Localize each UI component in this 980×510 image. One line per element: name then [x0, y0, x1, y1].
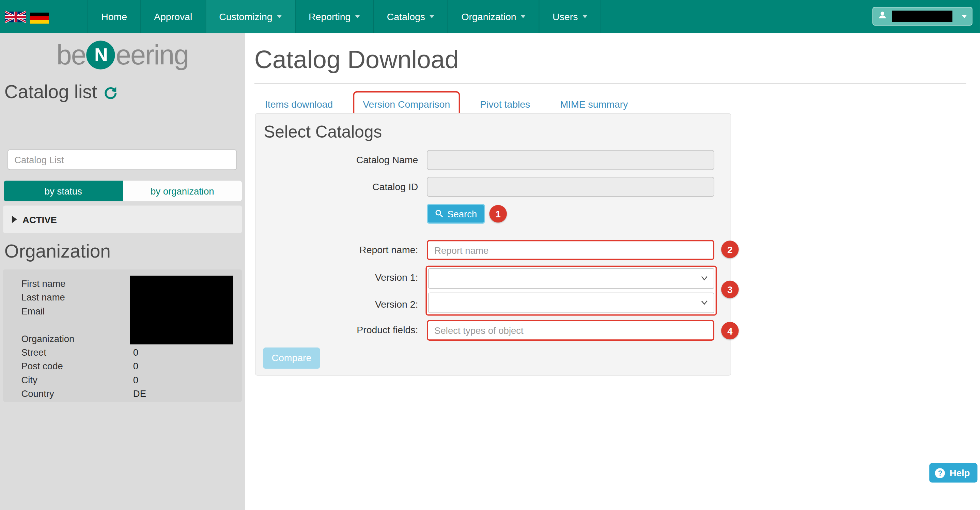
refresh-icon[interactable] — [103, 86, 118, 101]
triangle-right-icon — [12, 216, 17, 223]
language-switcher — [0, 0, 55, 33]
catalog-id-label: Catalog ID — [256, 177, 418, 197]
nav-item-label: Catalogs — [387, 11, 425, 22]
caret-down-icon — [355, 15, 360, 18]
redacted-user-details — [130, 276, 233, 344]
tab-by-status[interactable]: by status — [4, 180, 123, 201]
catalog-list-search-input[interactable] — [8, 149, 237, 170]
version2-label: Version 2: — [256, 294, 418, 314]
redacted-username — [892, 11, 952, 22]
sidebar: beNeering Catalog list by status by orga… — [0, 33, 245, 510]
select-catalogs-panel: Select Catalogs Catalog Name Catalog ID … — [255, 113, 731, 376]
caret-down-icon — [582, 15, 587, 18]
nav-item-label: Customizing — [219, 11, 272, 22]
nav-item-label: Reporting — [309, 11, 350, 22]
app-window: Home Approval Customizing Reporting Cata… — [0, 0, 980, 510]
uk-flag-icon[interactable] — [5, 10, 26, 23]
panel-heading: Select Catalogs — [264, 123, 382, 142]
org-row-city: City0 — [3, 373, 242, 387]
version1-select[interactable] — [428, 268, 714, 289]
logo-text-prefix: be — [57, 40, 86, 70]
help-button[interactable]: ? Help — [929, 463, 977, 483]
nav-item-catalogs[interactable]: Catalogs — [373, 0, 448, 33]
annotation-badge-4: 4 — [721, 322, 738, 339]
catalog-list-heading: Catalog list — [5, 81, 245, 102]
product-fields-label: Product fields: — [256, 320, 418, 340]
logo-n-circle: N — [86, 41, 115, 70]
catalog-name-input[interactable] — [427, 150, 714, 170]
title-divider — [255, 83, 966, 84]
nav-item-label: Users — [552, 11, 578, 22]
caret-down-icon — [277, 15, 282, 18]
version-selects-annotation-box — [425, 266, 717, 316]
nav-item-label: Approval — [154, 11, 192, 22]
chevron-down-icon — [700, 298, 709, 309]
org-row-country: CountryDE — [3, 387, 242, 401]
logo-text-suffix: eering — [116, 40, 188, 70]
nav-item-home[interactable]: Home — [88, 0, 140, 33]
organization-heading: Organization — [5, 241, 111, 261]
user-menu[interactable] — [872, 7, 972, 26]
nav-item-approval[interactable]: Approval — [140, 0, 205, 33]
nav-item-customizing[interactable]: Customizing — [205, 0, 295, 33]
germany-flag-icon[interactable] — [30, 12, 49, 24]
main-content: Catalog Download Items download Version … — [245, 33, 980, 510]
catalog-id-input[interactable] — [427, 177, 714, 197]
annotation-badge-1: 1 — [490, 205, 507, 223]
question-mark-icon: ? — [935, 468, 945, 478]
report-name-label: Report name: — [256, 240, 418, 260]
main-menu: Home Approval Customizing Reporting Cata… — [88, 0, 601, 33]
organization-details-panel: First name Last name Email Organization … — [3, 269, 242, 402]
chevron-down-icon — [700, 274, 709, 285]
search-icon — [435, 209, 443, 219]
user-icon — [878, 11, 887, 22]
caret-down-icon — [521, 15, 526, 18]
beneering-logo: beNeering — [0, 40, 245, 72]
nav-item-label: Organization — [461, 11, 516, 22]
search-button[interactable]: Search — [427, 204, 485, 224]
nav-item-organization[interactable]: Organization — [448, 0, 539, 33]
org-row-post-code: Post code0 — [3, 359, 242, 373]
product-fields-input[interactable] — [427, 320, 714, 341]
page-title: Catalog Download — [255, 44, 980, 74]
catalog-name-label: Catalog Name — [256, 150, 418, 170]
nav-item-reporting[interactable]: Reporting — [295, 0, 373, 33]
org-row-street: Street0 — [3, 346, 242, 359]
annotation-badge-3: 3 — [721, 281, 738, 298]
top-navbar: Home Approval Customizing Reporting Cata… — [0, 0, 980, 33]
tab-by-organization[interactable]: by organization — [123, 180, 242, 201]
catalog-group-active[interactable]: ACTIVE — [3, 206, 242, 233]
nav-item-users[interactable]: Users — [539, 0, 601, 33]
version1-label: Version 1: — [256, 268, 418, 287]
report-name-input[interactable] — [427, 240, 714, 260]
catalog-list-tabs: by status by organization — [4, 180, 242, 201]
nav-item-label: Home — [101, 11, 127, 22]
caret-down-icon — [962, 14, 967, 18]
caret-down-icon — [430, 15, 435, 18]
version2-select[interactable] — [428, 293, 714, 314]
compare-button[interactable]: Compare — [263, 347, 320, 369]
annotation-badge-2: 2 — [721, 241, 738, 258]
